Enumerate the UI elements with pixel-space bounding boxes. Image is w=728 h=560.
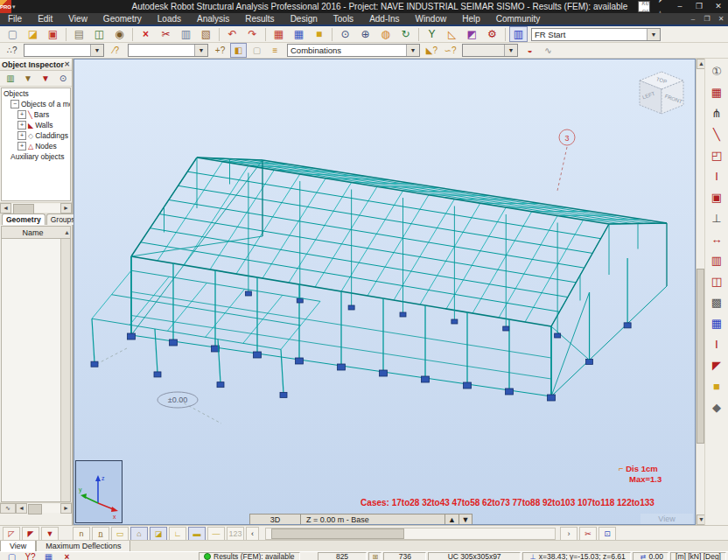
current-section[interactable]: UC 305x305x97 — [428, 552, 520, 560]
toggles-collapse-icon[interactable]: ‹ — [246, 527, 259, 541]
clear-filter-icon[interactable]: ▼ — [38, 72, 53, 86]
solid-box-icon[interactable]: ■ — [707, 376, 727, 396]
panels-icon[interactable]: ▣ — [707, 187, 727, 206]
zoom-icon[interactable]: ⊙ — [336, 26, 354, 42]
view-mode-button[interactable]: 3D — [249, 514, 300, 525]
node-selection-combo[interactable]: ▼ — [24, 44, 104, 57]
panels-toggle[interactable]: ▬ — [188, 527, 206, 541]
layout-selector[interactable]: FR Start ▼ — [531, 28, 661, 41]
close-button[interactable]: ✕ — [709, 1, 728, 12]
section-shape-icon[interactable]: I — [707, 166, 727, 186]
child-close-button[interactable]: ✕ — [714, 14, 728, 24]
app-logo[interactable]: PRO — [0, 0, 11, 13]
supports-icon[interactable]: ⊥ — [707, 208, 727, 228]
frame-3d-icon[interactable]: ▩ — [707, 292, 727, 312]
bar-selection-combo[interactable]: ▼ — [128, 44, 208, 57]
sections-shape-toggle[interactable]: ◪ — [150, 527, 167, 541]
pan-icon[interactable]: ◍ — [376, 26, 395, 42]
nodes-tool-icon[interactable]: ⋔ — [707, 103, 727, 122]
panel-bottom-tabs[interactable]: ∿ ◄ ► — [0, 502, 72, 513]
save-icon[interactable]: ▣ — [44, 26, 62, 42]
dimension-lines-icon[interactable]: ↔ — [707, 229, 727, 248]
bar-numbers-toggle[interactable]: n̲ — [92, 527, 109, 541]
numbers-toggle[interactable]: 123 — [227, 527, 244, 541]
select-nodes-icon[interactable]: ∴? — [4, 43, 20, 58]
load-case-icon[interactable]: ≡ — [267, 43, 284, 58]
result-diagram-icon[interactable]: ◒ — [522, 43, 538, 58]
curve-tabs-icon[interactable]: ∿ — [0, 503, 16, 514]
layout-selector-arrow-icon[interactable]: ▼ — [647, 29, 660, 40]
filter-icon[interactable]: ▼ — [20, 72, 36, 86]
menu-item-window[interactable]: Window — [408, 13, 455, 24]
constraint-icon[interactable]: × — [59, 550, 75, 560]
redo-icon[interactable]: ↷ — [243, 26, 262, 42]
model-viewport[interactable]: ±0.003 TOP LEFT FRONT z x — [74, 59, 696, 525]
menu-item-file[interactable]: File — [0, 13, 30, 24]
node-combo-arrow-icon[interactable]: ▼ — [90, 45, 103, 56]
units-display[interactable]: [m] [kN] [Deg] — [670, 552, 726, 560]
inspector-search-icon[interactable]: ⊙ — [55, 72, 71, 86]
child-minimize-button[interactable]: – — [686, 14, 700, 24]
minimize-button[interactable]: – — [670, 1, 690, 12]
load-case-combo[interactable]: Combinations ▼ — [287, 44, 420, 57]
tree-item-objects[interactable]: Objects — [2, 88, 70, 99]
pointer-help-icon[interactable]: +? — [212, 43, 228, 58]
level-down-icon[interactable]: ▼ — [458, 514, 472, 525]
view-template-icon[interactable]: ◸ — [3, 527, 20, 541]
name-list-scrollbar[interactable] — [60, 239, 70, 501]
child-restore-button[interactable]: ❐ — [700, 14, 714, 24]
orbit-3d-icon[interactable]: ↻ — [396, 26, 415, 42]
layout-manager-icon[interactable]: ▥ — [509, 26, 528, 42]
select-bars-icon[interactable]: ∕? — [108, 43, 124, 58]
node-numbers-toggle[interactable]: n — [73, 527, 90, 541]
restore-button[interactable]: ❐ — [690, 1, 709, 12]
tree-scroll-left-icon[interactable]: ◄ — [0, 203, 11, 214]
results-status[interactable]: Results (FEM): available — [199, 552, 300, 560]
calculations-icon[interactable]: ▦ — [270, 26, 288, 42]
open-folder-icon[interactable]: ◪ — [24, 26, 42, 42]
supports-toggle[interactable]: ⌂ — [130, 527, 148, 541]
menu-item-loads[interactable]: Loads — [150, 13, 189, 24]
screen-capture-icon[interactable]: ◉ — [110, 26, 129, 42]
communication-center-icon[interactable]: ✈ — [651, 0, 669, 7]
select-mode-icon[interactable]: ▢ — [4, 550, 20, 560]
preferences-wrench-icon[interactable]: ⚙ — [483, 26, 501, 42]
sections-lasso-icon[interactable]: ◰ — [707, 145, 727, 164]
print-icon[interactable]: ▤ — [70, 26, 88, 42]
tree-expander-icon[interactable]: + — [18, 110, 26, 119]
view-table-icon[interactable]: ▼ — [41, 527, 59, 541]
stories-icon[interactable]: ◫ — [707, 271, 727, 290]
node-snap-icon[interactable]: Y — [423, 26, 441, 42]
cursor-coordinates[interactable]: ⊥ x=38.43; y=-15.03; z=6.61 — [522, 552, 631, 560]
tree-expander-icon[interactable]: + — [18, 131, 26, 140]
tree-item-objects-of-a-mode[interactable]: −Objects of a mode — [2, 99, 70, 109]
fit-icon[interactable]: ⊡ — [598, 527, 616, 541]
new-file-icon[interactable]: ▢ — [4, 26, 22, 42]
tab-geometry[interactable]: Geometry — [2, 214, 46, 225]
tree-item-auxiliary-objects[interactable]: Auxiliary objects — [2, 151, 70, 162]
help-search-input[interactable]: Type a keyword or phrase — [638, 1, 650, 12]
section-names-toggle[interactable]: ▭ — [111, 527, 129, 541]
print-preview-icon[interactable]: ◫ — [90, 26, 108, 42]
bar-info-icon[interactable]: ∽? — [442, 43, 458, 58]
tree-expander-icon[interactable]: + — [18, 121, 26, 130]
plate-design-icon[interactable]: ◤ — [707, 355, 727, 374]
zoom-in-icon[interactable]: ⊕ — [356, 26, 374, 42]
bar-combo-arrow-icon[interactable]: ▼ — [194, 45, 207, 56]
name-scroll-up-icon[interactable]: ▲ — [64, 229, 70, 235]
steel-design-icon[interactable]: Ⅰ — [707, 334, 727, 354]
tree-item-bars[interactable]: +╲Bars — [2, 109, 70, 120]
inactive-window-icon[interactable]: ▢ — [248, 43, 265, 58]
panel-scroll-right-icon[interactable]: ► — [60, 503, 72, 514]
inspector-close-icon[interactable]: ✕ — [64, 60, 70, 68]
copy-icon[interactable]: ▥ — [177, 26, 195, 42]
viewport-hscrollbar[interactable] — [265, 528, 556, 540]
snap-distance[interactable]: ⇄ 0.00 — [633, 552, 668, 560]
thickness-toggle[interactable]: — — [207, 527, 225, 541]
menu-item-geometry[interactable]: Geometry — [95, 13, 150, 24]
level-selector[interactable]: Z = 0.00 m - Base — [300, 514, 444, 525]
menu-item-help[interactable]: Help — [454, 13, 488, 24]
menu-item-community[interactable]: Community — [488, 13, 549, 24]
tree-item-walls[interactable]: +◣Walls — [2, 120, 70, 130]
node-info-icon[interactable]: ◣? — [424, 43, 440, 58]
